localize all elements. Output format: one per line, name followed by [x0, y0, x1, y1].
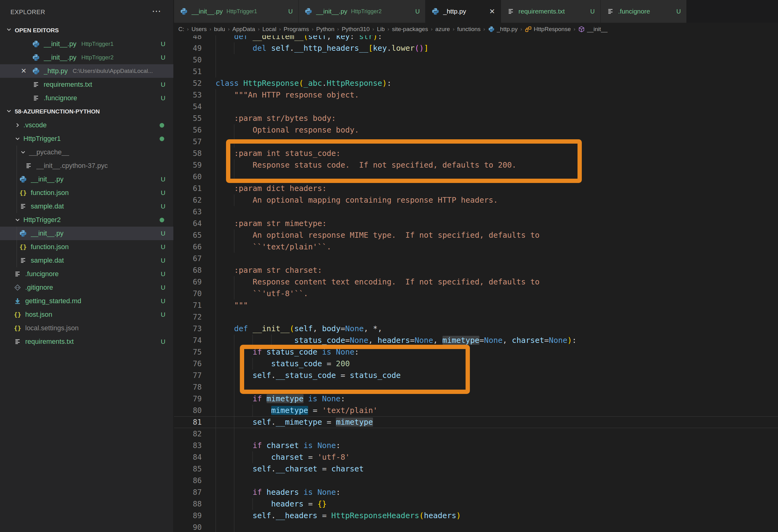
tab--funcignore[interactable]: .funcignoreU — [601, 0, 687, 23]
breadcrumb-segment[interactable]: C: — [178, 26, 184, 32]
annotation-box-1 — [226, 139, 582, 183]
git-status-badge: U — [161, 311, 165, 318]
indent-guide — [234, 475, 234, 486]
open-editor-item[interactable]: __init__.pyHttpTrigger2U — [0, 51, 173, 64]
breadcrumb-segment[interactable]: Users — [191, 26, 207, 32]
tab-requirements-txt[interactable]: requirements.txtU — [501, 0, 601, 23]
breadcrumb-segment[interactable]: Python — [316, 26, 334, 32]
tree-file-sample-dat[interactable]: sample.datU — [0, 200, 173, 213]
indent-guide — [216, 428, 216, 440]
token: = — [317, 464, 331, 473]
token: __init__ — [252, 324, 289, 333]
code-text: :param dict headers: — [216, 183, 327, 194]
code-text: if charset is None: — [216, 440, 340, 451]
indent-guide — [216, 136, 216, 148]
code-area[interactable]: 48 def __delitem__(self, key: str):49 de… — [174, 23, 778, 532]
open-editor-item[interactable]: ✕_http.pyC:\Users\bulu\AppData\Local... — [0, 64, 173, 78]
tab--init-py[interactable]: __init__.pyHttpTrigger1U — [174, 0, 299, 23]
breadcrumb-segment[interactable]: bulu — [214, 26, 225, 32]
code-line-62: 62 An optional mapping containing respon… — [174, 194, 778, 206]
chevron-down-icon — [6, 26, 12, 34]
indent-guide — [234, 428, 234, 440]
tree-file--funcignore[interactable]: .funcignoreU — [0, 267, 173, 281]
tree-file-getting-started-md[interactable]: getting_started.mdU — [0, 294, 173, 308]
breadcrumb-segment[interactable]: Local — [262, 26, 276, 32]
tree-file-requirements-txt[interactable]: requirements.txtU — [0, 335, 173, 349]
code-text: An optional mapping containing response … — [216, 194, 498, 206]
tree-folder-httptrigger2[interactable]: HttpTrigger2 — [0, 213, 173, 227]
line-number: 71 — [174, 300, 202, 311]
breadcrumb[interactable]: C:›Users›bulu›AppData›Local›Programs›Pyt… — [174, 23, 778, 35]
item-label: .gitignore — [25, 284, 53, 292]
open-editors-section-header[interactable]: OPEN EDITORS — [0, 23, 173, 37]
indent-guide — [17, 227, 17, 267]
tree-folder--vscode[interactable]: .vscode — [0, 119, 173, 132]
tree-file-local-settings-json[interactable]: {}local.settings.json — [0, 321, 173, 335]
open-editor-item[interactable]: .funcignoreU — [0, 91, 173, 105]
tree-file--gitignore[interactable]: .gitignoreU — [0, 281, 173, 294]
token — [216, 231, 252, 240]
close-icon[interactable]: ✕ — [20, 67, 28, 75]
token — [216, 301, 234, 310]
breadcrumb-segment[interactable]: _http.py — [488, 26, 518, 32]
code-line-88: 88 headers = {} — [174, 498, 778, 510]
class-symbol-icon — [525, 26, 532, 32]
open-editor-item[interactable]: requirements.txtU — [0, 78, 173, 91]
code-text: :param str charset: — [216, 264, 322, 276]
code-text: An optional response MIME type. If not s… — [216, 229, 540, 241]
breadcrumb-segment[interactable]: Python310 — [342, 26, 370, 32]
git-status-badge: U — [161, 284, 165, 291]
token: = — [479, 336, 484, 345]
code-text: Response content text encoding. If not s… — [216, 276, 540, 288]
tree-folder-httptrigger1[interactable]: HttpTrigger1 — [0, 132, 173, 145]
tree-file--init-cpython-37-pyc[interactable]: __init__.cpython-37.pyc — [0, 159, 173, 172]
item-label: sample.dat — [31, 256, 64, 264]
token: = — [340, 324, 345, 333]
tree-file-sample-dat[interactable]: sample.datU — [0, 254, 173, 267]
code-line-53: 53 """An HTTP response object. — [174, 89, 778, 101]
token: . — [271, 511, 276, 520]
more-actions-icon[interactable]: ⋯ — [152, 6, 161, 16]
breadcrumb-segment[interactable]: AppData — [232, 26, 255, 32]
token: : — [340, 394, 345, 403]
breadcrumb-separator: › — [573, 26, 575, 32]
tree-file--init-py[interactable]: __init__.pyU — [0, 172, 173, 186]
python-file-icon — [32, 40, 40, 48]
close-icon[interactable]: ✕ — [485, 7, 495, 16]
code-text: if mimetype is None: — [216, 393, 345, 405]
token: __http_headers__ — [294, 44, 368, 53]
breadcrumb-segment[interactable]: Programs — [284, 26, 309, 32]
file-name: .funcignore — [44, 94, 77, 102]
token — [216, 219, 234, 228]
token: :param str/bytes body: — [234, 114, 336, 123]
tab--init-py[interactable]: __init__.pyHttpTrigger2U — [299, 0, 425, 23]
line-number: 81 — [174, 416, 202, 428]
breadcrumb-segment[interactable]: __init__ — [578, 26, 608, 32]
tab--http-py[interactable]: _http.py✕ — [425, 0, 501, 23]
json-file-icon: {} — [13, 324, 21, 332]
tree-file--init-py[interactable]: __init__.pyU — [0, 227, 173, 240]
breadcrumb-segment[interactable]: functions — [457, 26, 481, 32]
token: if — [252, 441, 266, 450]
token: __charset — [276, 464, 317, 473]
breadcrumb-segment[interactable]: Lib — [377, 26, 385, 32]
open-editor-item[interactable]: __init__.pyHttpTrigger1U — [0, 37, 173, 51]
line-number: 88 — [174, 498, 202, 510]
tree-folder--pycache-[interactable]: __pycache__ — [0, 145, 173, 159]
token — [216, 441, 252, 450]
breadcrumb-segment[interactable]: site-packages — [392, 26, 428, 32]
tree-file-function-json[interactable]: {}function.jsonU — [0, 186, 173, 200]
token: ( — [419, 511, 424, 520]
tree-file-host-json[interactable]: {}host.jsonU — [0, 308, 173, 321]
workspace-section-header[interactable]: 58-AZUREFUNCTION-PYTHON — [0, 105, 173, 119]
tree-file-function-json[interactable]: {}function.jsonU — [0, 240, 173, 254]
token — [216, 511, 252, 520]
line-number: 86 — [174, 475, 202, 486]
breadcrumb-segment[interactable]: azure — [436, 26, 450, 32]
line-number: 54 — [174, 101, 202, 112]
token: self — [252, 417, 271, 427]
token — [216, 464, 252, 473]
breadcrumb-segment[interactable]: HttpResponse — [525, 26, 571, 32]
vscode-window: EXPLORER ⋯ OPEN EDITORS __init__.pyHttpT… — [0, 0, 778, 532]
token: """An HTTP response object. — [234, 90, 359, 99]
